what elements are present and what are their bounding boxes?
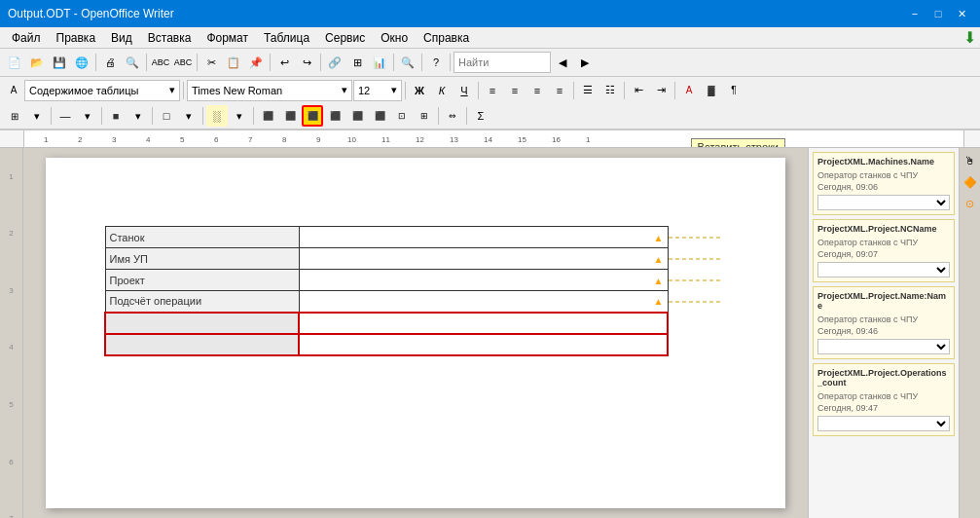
char-style-button[interactable]: ¶: [723, 80, 744, 101]
svg-text:1: 1: [586, 135, 591, 144]
font-size-dropdown[interactable]: 12 ▾: [353, 80, 402, 101]
print-button[interactable]: 🖨: [99, 52, 121, 73]
sidebar-icon-1[interactable]: 🖱: [962, 152, 979, 169]
xml-card-user-0: Оператор станков с ЧПУ: [817, 170, 950, 180]
menu-help[interactable]: Справка: [416, 27, 477, 48]
highlight-button[interactable]: ▓: [701, 80, 722, 101]
find-button[interactable]: 🔍: [397, 52, 418, 73]
style-dropdown[interactable]: Содержимое таблицы ▾: [24, 80, 180, 101]
svg-text:12: 12: [416, 135, 424, 144]
svg-text:8: 8: [282, 135, 287, 144]
table-button[interactable]: ⊞: [346, 52, 368, 73]
svg-text:7: 7: [248, 135, 253, 144]
redo-button[interactable]: ↪: [296, 52, 317, 73]
paste-button[interactable]: 📌: [245, 52, 267, 73]
indent-dec-button[interactable]: ⇤: [628, 80, 649, 101]
help-button[interactable]: ?: [425, 52, 447, 73]
font-dropdown[interactable]: Times New Roman ▾: [187, 80, 352, 101]
xml-card-date-1: Сегодня, 09:07: [817, 249, 950, 259]
open-button[interactable]: 📂: [26, 52, 48, 73]
insert-row-above[interactable]: ⬛: [302, 105, 323, 127]
undo-button[interactable]: ↩: [273, 52, 295, 73]
svg-text:13: 13: [450, 135, 458, 144]
menu-tools[interactable]: Сервис: [317, 27, 373, 48]
menu-view[interactable]: Вид: [103, 27, 140, 48]
close-button[interactable]: ✕: [951, 4, 972, 23]
minimize-button[interactable]: −: [904, 4, 926, 23]
optimize-width[interactable]: ⇔: [442, 105, 463, 127]
ruler: 1 2 3 4 5 6 7 8 9 10 11 12 13 14 15 16 1…: [0, 130, 980, 148]
underline-button[interactable]: Ч: [454, 80, 475, 101]
align-left-button[interactable]: ≡: [482, 80, 503, 101]
cut-button[interactable]: ✂: [200, 52, 222, 73]
font-color-button[interactable]: A: [678, 80, 700, 101]
sidebar-icon-3[interactable]: ⊙: [962, 195, 979, 212]
xml-card-date-3: Сегодня, 09:47: [817, 403, 950, 413]
menu-insert[interactable]: Вставка: [140, 27, 200, 48]
label-empty2: [105, 334, 299, 355]
menu-file[interactable]: Файл: [4, 27, 49, 48]
spellcheck-button[interactable]: ABC: [150, 52, 171, 73]
menu-edit[interactable]: Правка: [49, 27, 104, 48]
menu-format[interactable]: Формат: [199, 27, 256, 48]
chart-button[interactable]: 📊: [369, 52, 390, 73]
copy-button[interactable]: 📋: [223, 52, 244, 73]
insert-col-left[interactable]: ⬛: [257, 105, 278, 127]
sidebar-icon-2[interactable]: 🔶: [962, 173, 979, 191]
xml-card-0: ProjectXML.Machines.Name Оператор станко…: [813, 152, 955, 215]
cell-bg-button[interactable]: ▾: [178, 105, 200, 127]
split-cells[interactable]: ⊞: [414, 105, 435, 127]
main-area: 1 2 3 4 5 6 7 Станок ▲ Имя УП: [0, 148, 980, 518]
menu-window[interactable]: Окно: [373, 27, 416, 48]
cell-box-button[interactable]: □: [156, 105, 177, 127]
svg-text:6: 6: [214, 135, 219, 144]
bold-button[interactable]: Ж: [409, 80, 430, 101]
xml-card-title-3: ProjectXML.Project.Operations_count: [817, 368, 950, 388]
italic-button[interactable]: К: [431, 80, 453, 101]
align-center-button[interactable]: ≡: [504, 80, 526, 101]
spellcheck2-button[interactable]: ABC: [172, 52, 194, 73]
maximize-button[interactable]: □: [927, 4, 949, 23]
table-borders-button[interactable]: ⊞: [4, 105, 25, 127]
menu-table[interactable]: Таблица: [256, 27, 317, 48]
indent-inc-button[interactable]: ⇥: [650, 80, 671, 101]
doc-area[interactable]: Станок ▲ Имя УП ▲ Проект ▲: [23, 148, 808, 518]
xml-card-date-0: Сегодня, 09:06: [817, 182, 950, 192]
value-empty1: [299, 313, 668, 334]
xml-card-select-2[interactable]: [817, 339, 950, 354]
save-remote-button[interactable]: 🌐: [71, 52, 92, 73]
new-button[interactable]: 📄: [4, 52, 25, 73]
xml-card-select-3[interactable]: [817, 416, 950, 431]
line-style2-button[interactable]: ▾: [77, 105, 98, 127]
search-prev-button[interactable]: ◀: [552, 52, 573, 73]
sum-button[interactable]: Σ: [470, 105, 491, 127]
cell-bg2-drop-button[interactable]: ▾: [229, 105, 250, 127]
table-row-stanok: Станок ▲: [105, 227, 668, 248]
delete-col[interactable]: ⬛: [346, 105, 368, 127]
border-style-button[interactable]: ▾: [26, 105, 48, 127]
svg-text:3: 3: [112, 135, 117, 144]
insert-col-right[interactable]: ⬛: [279, 105, 301, 127]
delete-row[interactable]: ⬛: [369, 105, 390, 127]
hyperlink-button[interactable]: 🔗: [324, 52, 345, 73]
border-color-drop-button[interactable]: ▾: [127, 105, 149, 127]
merge-cells[interactable]: ⊡: [391, 105, 413, 127]
list-ordered-button[interactable]: ☷: [599, 80, 621, 101]
table-row-project: Проект ▲: [105, 270, 668, 291]
xml-card-select-1[interactable]: [817, 262, 950, 278]
border-color-button[interactable]: ■: [105, 105, 127, 127]
search-next-button[interactable]: ▶: [574, 52, 596, 73]
line-style-button[interactable]: —: [54, 105, 76, 127]
save-button[interactable]: 💾: [49, 52, 70, 73]
xml-card-select-0[interactable]: [817, 195, 950, 210]
search-input[interactable]: [454, 52, 551, 73]
align-right-button[interactable]: ≡: [526, 80, 548, 101]
value-operations: ▲: [299, 291, 668, 313]
align-justify-button[interactable]: ≡: [549, 80, 570, 101]
list-unordered-button[interactable]: ☰: [577, 80, 599, 101]
print-preview-button[interactable]: 🔍: [122, 52, 143, 73]
style-icon[interactable]: A: [4, 80, 23, 101]
cell-bg2-button[interactable]: ░: [206, 105, 228, 127]
xml-card-3: ProjectXML.Project.Operations_count Опер…: [813, 363, 955, 436]
insert-row-below[interactable]: ⬛: [324, 105, 345, 127]
